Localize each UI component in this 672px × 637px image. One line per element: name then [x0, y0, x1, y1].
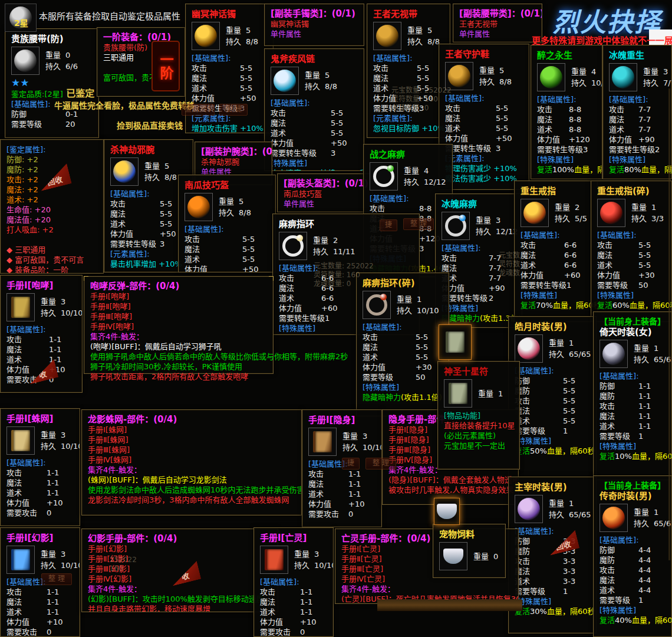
- section-header: [特殊属性]: [363, 382, 443, 392]
- weight-label: 重量: [634, 508, 649, 517]
- attr-row: 道术1-1: [6, 354, 76, 365]
- set-line: 防御: +2: [6, 155, 97, 165]
- item-icon-row: 重量1持久10/10: [363, 291, 443, 319]
- attr-value: 1: [325, 313, 352, 323]
- drunk-eternal-icon[interactable]: [537, 63, 565, 91]
- quick-button[interactable]: 捷: [342, 458, 360, 469]
- attr-label: 需要攻击: [6, 508, 37, 518]
- weight-label: 重量: [407, 26, 423, 35]
- text-part: ◆ 装备品阶：一阶: [6, 265, 68, 274]
- attr-row: 魔法1-1: [599, 411, 666, 421]
- quick-button[interactable]: 捷: [380, 219, 397, 231]
- holy-star-charm-icon[interactable]: [444, 379, 472, 408]
- attr-row: 体力值+50: [192, 93, 267, 103]
- item-title: 战之麻痹: [370, 149, 446, 160]
- dress-chuanqi-icon[interactable]: [599, 504, 628, 532]
- war-paralysis-icon[interactable]: [370, 162, 398, 191]
- manual-undead-icon[interactable]: [260, 546, 288, 574]
- attr-label: 攻击: [363, 332, 378, 342]
- text-part: 狮子吼攻击距离，2格内所有敌人全部触发咆哮: [90, 372, 248, 381]
- weight-value: 5: [239, 197, 243, 206]
- attr-value: 1-1: [348, 489, 375, 499]
- attr-value: 1: [563, 426, 590, 436]
- attr-label: 道术: [537, 124, 552, 134]
- ice-rebirth-icon[interactable]: [609, 63, 637, 91]
- dress-zhuzai-icon[interactable]: [515, 495, 543, 523]
- text-part: 50%: [530, 446, 547, 455]
- weight-label: 重量: [549, 499, 564, 508]
- tidy-button[interactable]: 整 理: [403, 218, 434, 230]
- tidy-button[interactable]: 整 理: [41, 573, 72, 585]
- weight-value: 1: [654, 344, 658, 353]
- durability-line: 持久10/10: [571, 77, 602, 88]
- quick-button[interactable]: 便 捷: [219, 104, 248, 116]
- ghost-axe-chain-icon[interactable]: [271, 67, 299, 95]
- rebirth-ring-broken-icon-glyph: [600, 202, 622, 224]
- text-part: 南瓜技巧盔: [284, 189, 322, 198]
- attr-label: 需要转生等级: [537, 145, 583, 155]
- text-part: 血量，隔60秒: [641, 165, 672, 174]
- attr-value: 0: [47, 508, 74, 518]
- attr-value: 5-5: [638, 240, 666, 250]
- pet-food-icon[interactable]: [439, 542, 467, 570]
- attr-value: 4-4: [638, 555, 666, 565]
- set-line: 王者无视带: [459, 19, 536, 29]
- attr-label: 体力值: [185, 264, 207, 272]
- weight-durability: 重量5持久8/8: [226, 25, 258, 47]
- attr-row: 需要等级50: [597, 280, 666, 290]
- tidy-button[interactable]: 整 理: [365, 458, 396, 469]
- rebirth-ring-broken-icon[interactable]: [597, 199, 625, 227]
- text-part: 40%: [615, 616, 632, 625]
- paralysis-ring-broken-icon[interactable]: [363, 291, 391, 319]
- manual-roar-icon[interactable]: [6, 293, 35, 321]
- durability-label: 持久: [219, 208, 234, 217]
- text-part: 打人吸血: +2: [6, 225, 54, 234]
- durability-value: 10/10: [363, 443, 382, 452]
- king-belt-icon[interactable]: [373, 22, 401, 50]
- set-line: 被攻击时几率触发,人物真实隐身效果: [388, 485, 512, 495]
- attr-row: 体力值+50: [271, 138, 358, 148]
- attr-label: 体力值: [110, 229, 133, 239]
- manual-invis-icon[interactable]: [308, 428, 337, 456]
- text-part: (幻影)[BUFF]：攻击时100%触发剥夺目标移动速度: [88, 595, 264, 603]
- paralysis-ring-icon[interactable]: [279, 232, 307, 260]
- bg-info-line: 元宝数: [499, 251, 520, 260]
- pumpkin-helm-icon[interactable]: [185, 193, 213, 221]
- pet-food-slot-icon[interactable]: [434, 498, 460, 525]
- holy-star-charm-tooltip: 神圣十星符重量1[物品功能]直接给装备提升10星(必出元素属性)元宝加星不一定出: [437, 361, 520, 469]
- holy-charm-slot-icon[interactable]: [439, 324, 472, 360]
- noble-belt-icon[interactable]: [11, 47, 39, 75]
- text-part: 隐藏暗神力: [279, 334, 317, 335]
- item-title: 贵族腰带(防): [11, 34, 93, 45]
- durability-value: 8/8: [246, 37, 258, 46]
- attr-row: 攻击4-4: [599, 565, 666, 575]
- bg-info-line: 龙魂数量: 0: [391, 104, 452, 113]
- durability-line: 持久65/65: [549, 509, 591, 520]
- item-icon-row: 重量1持久65/65: [599, 340, 666, 368]
- manual-phantom-icon[interactable]: [6, 546, 35, 574]
- rebirth-ring-icon[interactable]: [521, 199, 549, 227]
- attr-label: 魔法: [6, 478, 22, 488]
- tier-seal: 一阶: [151, 41, 180, 91]
- attr-row: 道术5-5: [185, 254, 269, 264]
- attr-label: 道术: [260, 607, 275, 617]
- weight-value: 1: [654, 508, 658, 517]
- dress-haoyue-icon[interactable]: [515, 334, 543, 363]
- manual-web-icon[interactable]: [6, 426, 35, 455]
- dress-yitian-icon[interactable]: [599, 340, 628, 368]
- durability-label: 持久: [41, 308, 56, 317]
- ghost-bracelet-icon[interactable]: [192, 22, 220, 50]
- attr-label: 魔法: [185, 244, 200, 254]
- attr-value: 1-1: [638, 381, 666, 391]
- check-boss-button[interactable]: 查BOSS: [182, 104, 215, 116]
- durability-value: 8/8: [164, 173, 177, 182]
- text-part: 龙影蛛网-部件：(0/4): [88, 414, 177, 425]
- item-title: 王者无视带: [373, 9, 444, 20]
- attr-row: 体力值+120: [537, 134, 596, 145]
- attr-row: 道术8-8: [537, 124, 596, 134]
- attr-value: +10: [348, 499, 375, 509]
- killgod-wrist-icon[interactable]: [110, 157, 139, 186]
- text-part: 王者无视带: [459, 19, 498, 28]
- text-part: (隐身)[BUFF]：佩戴全套触发人物透明: [388, 475, 519, 484]
- ice-paralysis-icon[interactable]: [442, 212, 470, 240]
